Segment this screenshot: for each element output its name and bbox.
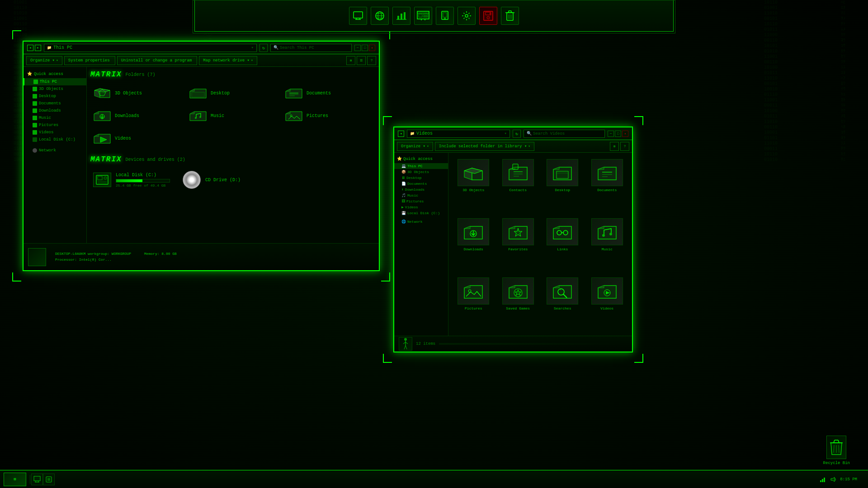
right-view-button[interactable]: ⊞: [610, 142, 619, 151]
start-button[interactable]: ⊞: [4, 473, 26, 486]
sidebar-item-localdisk[interactable]: Local Disk (C:): [24, 136, 86, 143]
top-icon-chart[interactable]: [392, 7, 410, 25]
icon-item-3dobjects[interactable]: 3D Objects: [453, 157, 494, 213]
svg-marker-94: [831, 477, 835, 482]
right-organize-button[interactable]: Organize ▾: [397, 142, 433, 151]
top-icon-monitor[interactable]: [349, 7, 367, 25]
sidebar-item-pictures[interactable]: Pictures: [24, 122, 86, 129]
folder-item-downloads[interactable]: Downloads: [90, 106, 184, 126]
uninstall-button[interactable]: Uninstall or change a program: [117, 56, 198, 65]
system-properties-button[interactable]: System properties: [64, 56, 115, 65]
top-icon-disk[interactable]: [479, 7, 497, 25]
folder-item-documents[interactable]: Documents: [282, 83, 375, 103]
top-taskbar: [194, 0, 674, 32]
right-back-button[interactable]: ◂: [398, 131, 404, 137]
drive-item-c[interactable]: Local Disk (C:) 25.4 GB free of 49.4 GB: [90, 170, 173, 190]
taskbar-icon-1[interactable]: [31, 474, 43, 485]
qa-item-thispc[interactable]: 💻 This PC: [394, 163, 448, 169]
tray-icon-network[interactable]: [818, 475, 826, 483]
maximize-button[interactable]: □: [362, 45, 368, 51]
close-button[interactable]: ✕: [369, 45, 375, 51]
qa-item-videos[interactable]: ▶ Videos: [394, 204, 448, 210]
sidebar-item-desktop[interactable]: Desktop: [24, 93, 86, 100]
sidebar-item-downloads[interactable]: Downloads: [24, 107, 86, 114]
icon-item-videos[interactable]: Videos: [587, 276, 628, 331]
qa-item-localdisk[interactable]: 💾 Local Disk (C:): [394, 210, 448, 216]
top-icon-display[interactable]: [414, 7, 432, 25]
window-main: ◂ ▸ 📁 This PC ▾ ↻ 🔍 Search This PC ─ □ ✕…: [23, 41, 380, 271]
right-path-dropdown[interactable]: ▾: [505, 131, 507, 136]
status-processor: Processor: Intel(R) Cor...: [55, 257, 177, 263]
qa-item-desktop[interactable]: 🖥 Desktop: [394, 175, 448, 181]
drives-header: MATRIX Devices and drives (2): [90, 155, 375, 164]
sidebar-item-3dobjects[interactable]: 3D Objects: [24, 85, 86, 93]
forward-button[interactable]: ▸: [35, 45, 41, 51]
tray-icon-volume[interactable]: [829, 475, 837, 483]
icon-label-documents: Documents: [597, 188, 617, 192]
sidebar-item-thispc[interactable]: This PC: [24, 78, 86, 85]
sidebar-item-documents[interactable]: Documents: [24, 100, 86, 107]
svg-line-77: [406, 346, 407, 349]
sidebar-item-network[interactable]: Network: [24, 147, 86, 154]
folder-item-videos[interactable]: Videos: [90, 128, 184, 148]
folder-item-music[interactable]: Music: [186, 106, 279, 126]
qa-docs-icon: 📄: [401, 182, 406, 186]
icon-item-pictures[interactable]: Pictures: [453, 276, 494, 331]
right-minimize-button[interactable]: ─: [608, 131, 614, 137]
status-figure: [399, 337, 412, 351]
svg-rect-22: [443, 13, 447, 17]
sidebar-item-music[interactable]: Music: [24, 114, 86, 122]
drive-item-d[interactable]: CD Drive (D:): [180, 168, 243, 192]
icon-thumb-videos: [591, 277, 623, 305]
folder-icon-videos-content: [93, 131, 111, 145]
help-button[interactable]: ?: [367, 56, 376, 65]
refresh-button[interactable]: ↻: [259, 44, 268, 52]
folder-item-3dobjects[interactable]: 3D Objects: [90, 83, 184, 103]
qa-item-pictures[interactable]: 🖼 Pictures: [394, 198, 448, 204]
recycle-bin[interactable]: Recycle Bin: [823, 436, 850, 465]
top-icon-trash[interactable]: [501, 7, 519, 25]
minimize-button[interactable]: ─: [354, 45, 361, 51]
view-icon-button[interactable]: ⊞: [346, 56, 355, 65]
address-bar[interactable]: 📁 This PC ▾: [44, 44, 257, 52]
search-bar-main[interactable]: 🔍 Search This PC: [270, 44, 352, 52]
qa-item-3dobjects[interactable]: 📦 3D Objects: [394, 169, 448, 175]
taskbar-icon-2[interactable]: [43, 474, 55, 485]
icon-item-searches[interactable]: Searches: [542, 276, 583, 331]
right-include-library-button[interactable]: Include selected folder in library ▾: [435, 142, 534, 151]
organize-button[interactable]: Organize ▾: [26, 56, 62, 65]
top-icon-settings[interactable]: [458, 7, 476, 25]
right-address-bar[interactable]: 📁 Videos ▾: [407, 130, 510, 138]
icon-thumb-downloads: [458, 218, 489, 245]
search-bar-right[interactable]: 🔍 Search Videos: [524, 130, 605, 138]
icon-item-favorites[interactable]: Favorites: [498, 216, 539, 272]
right-refresh-button[interactable]: ↻: [513, 130, 521, 138]
right-close-button[interactable]: ✕: [622, 131, 628, 137]
sidebar-item-videos[interactable]: Videos: [24, 129, 86, 136]
icon-item-documents[interactable]: Documents: [587, 157, 628, 213]
icon-item-contacts[interactable]: Contacts: [498, 157, 539, 213]
qa-item-music[interactable]: 🎵 Music: [394, 192, 448, 198]
icon-item-music[interactable]: Music: [587, 216, 628, 272]
view-list-button[interactable]: ☰: [357, 56, 366, 65]
right-help-button[interactable]: ?: [620, 142, 629, 151]
folder-item-desktop[interactable]: Desktop: [186, 83, 279, 103]
top-icon-globe[interactable]: [371, 7, 389, 25]
icon-item-links[interactable]: Links: [542, 216, 583, 272]
folder-name-3dobjects: 3D Objects: [115, 91, 142, 96]
icon-item-savedgames[interactable]: Saved Games: [498, 276, 539, 331]
qa-item-downloads[interactable]: ⬇ Downloads: [394, 187, 448, 192]
drives-row: Local Disk (C:) 25.4 GB free of 49.4 GB …: [90, 168, 375, 192]
icon-item-downloads[interactable]: Downloads: [453, 216, 494, 272]
qa-item-documents[interactable]: 📄 Documents: [394, 181, 448, 187]
path-dropdown[interactable]: ▾: [251, 45, 254, 50]
folder-icon-desktop: [189, 86, 207, 100]
map-drive-button[interactable]: Map network drive ▾: [199, 56, 257, 65]
icon-item-desktop[interactable]: Desktop: [542, 157, 583, 213]
top-icon-computer[interactable]: [436, 7, 454, 25]
icon-thumb-contacts: [502, 159, 534, 186]
qa-item-network[interactable]: 🌐 Network: [394, 219, 448, 225]
folder-item-pictures[interactable]: Pictures: [282, 106, 375, 126]
right-maximize-button[interactable]: □: [615, 131, 621, 137]
back-button[interactable]: ◂: [27, 45, 33, 51]
